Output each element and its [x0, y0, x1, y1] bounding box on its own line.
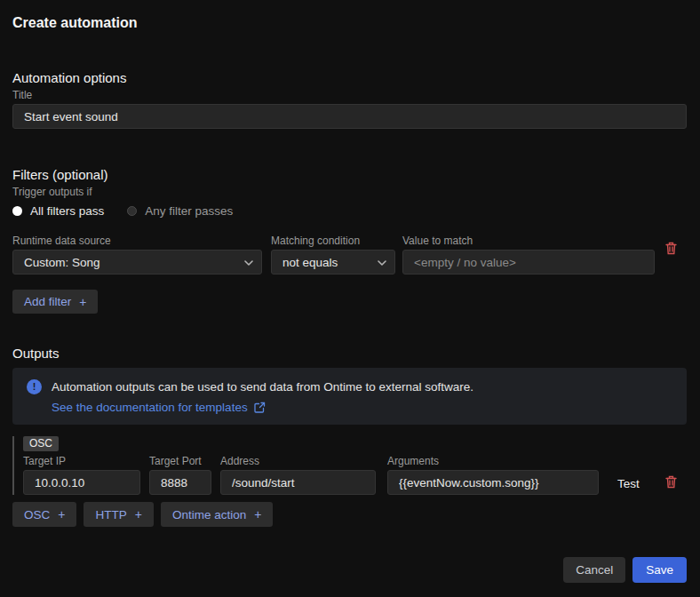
- page-title: Create automation: [12, 14, 687, 32]
- add-ontime-action-label: Ontime action: [172, 508, 246, 521]
- title-input[interactable]: [12, 104, 687, 129]
- value-to-match-label: Value to match: [402, 235, 655, 247]
- runtime-data-source-value: Custom: Song: [24, 256, 100, 269]
- osc-type-badge: OSC: [23, 436, 59, 451]
- cancel-button[interactable]: Cancel: [563, 557, 625, 583]
- plus-icon: +: [58, 507, 65, 521]
- info-icon: !: [27, 379, 42, 394]
- add-osc-label: OSC: [24, 508, 50, 521]
- add-http-label: HTTP: [95, 508, 126, 521]
- target-port-input[interactable]: [149, 470, 211, 495]
- add-http-output-button[interactable]: HTTP +: [84, 502, 153, 527]
- plus-icon: +: [135, 507, 142, 521]
- delete-filter-button[interactable]: [665, 242, 677, 255]
- runtime-data-source-label: Runtime data source: [12, 235, 262, 247]
- create-automation-dialog: Create automation Automation options Tit…: [0, 0, 700, 597]
- target-port-label: Target Port: [149, 455, 211, 467]
- documentation-link-label: See the documentation for templates: [52, 401, 248, 414]
- title-label: Title: [12, 89, 687, 101]
- runtime-data-source-select[interactable]: Custom: Song: [12, 250, 262, 275]
- dialog-footer: Cancel Save: [12, 557, 687, 583]
- automation-options-heading: Automation options: [12, 69, 687, 86]
- trash-icon: [665, 475, 677, 489]
- trash-icon: [665, 242, 677, 255]
- outputs-info-panel: ! Automation outputs can be used to send…: [12, 368, 687, 425]
- radio-all-filters-label: All filters pass: [30, 204, 104, 218]
- matching-condition-value: not equals: [282, 256, 338, 269]
- value-to-match-input[interactable]: [402, 250, 655, 275]
- address-input[interactable]: [220, 470, 376, 495]
- chevron-down-icon: [378, 260, 386, 266]
- target-ip-input[interactable]: [23, 470, 140, 495]
- add-filter-label: Add filter: [24, 295, 71, 308]
- radio-any-filter-passes[interactable]: Any filter passes: [127, 204, 233, 218]
- radio-selected-icon[interactable]: [12, 206, 22, 216]
- test-output-button[interactable]: Test: [617, 477, 640, 490]
- plus-icon: +: [254, 507, 261, 521]
- chevron-down-icon: [244, 260, 253, 266]
- address-label: Address: [220, 455, 376, 467]
- filter-mode-radio-group: All filters pass Any filter passes: [12, 204, 687, 218]
- filters-heading: Filters (optional): [12, 166, 687, 183]
- add-ontime-action-button[interactable]: Ontime action +: [161, 502, 273, 527]
- external-link-icon: [254, 402, 266, 413]
- outputs-info-text: Automation outputs can be used to send d…: [52, 380, 473, 394]
- save-button[interactable]: Save: [632, 557, 687, 583]
- target-ip-label: Target IP: [23, 455, 140, 467]
- trigger-outputs-label: Trigger outputs if: [12, 186, 687, 198]
- add-output-buttons: OSC + HTTP + Ontime action +: [12, 502, 687, 527]
- matching-condition-select[interactable]: not equals: [271, 250, 395, 275]
- add-filter-button[interactable]: Add filter +: [12, 290, 98, 314]
- radio-any-filter-label: Any filter passes: [145, 204, 233, 218]
- osc-output-row: OSC Target IP Target Port Address Argume…: [12, 436, 687, 495]
- filter-row: Runtime data source Custom: Song Matchin…: [12, 235, 687, 275]
- plus-icon: +: [79, 295, 86, 309]
- delete-output-button[interactable]: [665, 475, 677, 489]
- matching-condition-label: Matching condition: [271, 235, 395, 247]
- arguments-input[interactable]: [387, 470, 599, 495]
- arguments-label: Arguments: [387, 455, 599, 467]
- radio-all-filters-pass[interactable]: All filters pass: [12, 204, 104, 218]
- outputs-heading: Outputs: [12, 345, 687, 362]
- documentation-link[interactable]: See the documentation for templates: [52, 401, 266, 414]
- radio-unselected-icon[interactable]: [127, 206, 137, 216]
- add-osc-output-button[interactable]: OSC +: [12, 502, 76, 527]
